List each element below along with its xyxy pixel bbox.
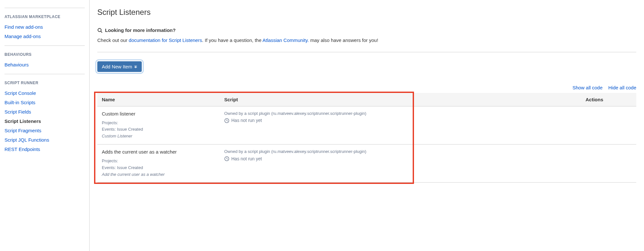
listeners-table-wrap: Name Script Actions Custom listener Proj… [97,93,636,183]
sidebar-section-marketplace: ATLASSIAN MARKETPLACE Find new add-ons M… [5,8,85,45]
table-actions: Show all code Hide all code [97,85,636,90]
clock-icon [224,156,229,161]
sidebar-script-fields[interactable]: Script Fields [5,107,85,116]
cell-actions [553,106,636,144]
listener-title: Adds the current user as a watcher [102,149,215,155]
info-title-text: Looking for more information? [105,27,176,33]
sidebar-script-fragments[interactable]: Script Fragments [5,126,85,135]
info-text: Check out our documentation for Script L… [97,37,636,44]
sidebar-script-jql-functions[interactable]: Script JQL Functions [5,135,85,145]
docs-link[interactable]: documentation for Script Listeners [129,37,202,43]
chevron-down-icon [134,64,137,69]
info-title: Looking for more information? [97,27,636,33]
sidebar-builtin-scripts[interactable]: Built-in Scripts [5,98,85,107]
svg-marker-2 [134,66,137,67]
sidebar: ATLASSIAN MARKETPLACE Find new add-ons M… [0,0,90,251]
search-icon [97,27,102,33]
listener-meta: Projects: Events: Issue Created Custom L… [102,120,215,140]
svg-line-1 [101,31,102,33]
svg-marker-3 [134,67,137,68]
clock-icon [224,118,229,123]
community-link[interactable]: Atlassian Community. [263,37,309,43]
listener-title: Custom listener [102,111,215,116]
script-status: Has not run yet [224,118,548,123]
script-status: Has not run yet [224,156,548,161]
add-new-item-label: Add New Item [102,64,132,69]
sidebar-heading-scriptrunner: SCRIPT RUNNER [5,81,85,85]
table-row: Adds the current user as a watcher Proje… [97,144,636,182]
sidebar-rest-endpoints[interactable]: REST Endpoints [5,145,85,154]
separator [97,52,636,52]
sidebar-heading-marketplace: ATLASSIAN MARKETPLACE [5,15,85,19]
svg-point-0 [98,28,101,32]
col-actions: Actions [553,93,636,106]
show-all-code-link[interactable]: Show all code [572,85,602,90]
col-name: Name [97,93,220,106]
sidebar-script-console[interactable]: Script Console [5,88,85,98]
listeners-table: Name Script Actions Custom listener Proj… [97,93,636,183]
svg-line-6 [227,121,228,121]
cell-name: Adds the current user as a watcher Proje… [97,144,220,182]
add-new-item-button[interactable]: Add New Item [97,61,142,72]
sidebar-behaviours[interactable]: Behaviours [5,60,85,69]
page-title: Script Listeners [97,8,636,17]
script-owned: Owned by a script plugin (ru.matveev.ale… [224,149,548,154]
sidebar-script-listeners[interactable]: Script Listeners [5,116,85,126]
cell-actions [553,144,636,182]
sidebar-section-scriptrunner: SCRIPT RUNNER Script Console Built-in Sc… [5,74,85,158]
info-section: Looking for more information? Check out … [97,27,636,44]
hide-all-code-link[interactable]: Hide all code [608,85,636,90]
sidebar-manage-addons[interactable]: Manage add-ons [5,32,85,41]
table-row: Custom listener Projects: Events: Issue … [97,106,636,144]
sidebar-find-new-addons[interactable]: Find new add-ons [5,22,85,32]
listener-meta: Projects: Events: Issue Created Add the … [102,158,215,178]
cell-script: Owned by a script plugin (ru.matveev.ale… [220,106,553,144]
cell-script: Owned by a script plugin (ru.matveev.ale… [220,144,553,182]
cell-name: Custom listener Projects: Events: Issue … [97,106,220,144]
svg-line-9 [227,159,228,159]
sidebar-section-behaviours: BEHAVIOURS Behaviours [5,45,85,74]
main-content: Script Listeners Looking for more inform… [90,0,644,251]
script-owned: Owned by a script plugin (ru.matveev.ale… [224,111,548,116]
sidebar-heading-behaviours: BEHAVIOURS [5,52,85,57]
col-script: Script [220,93,553,106]
